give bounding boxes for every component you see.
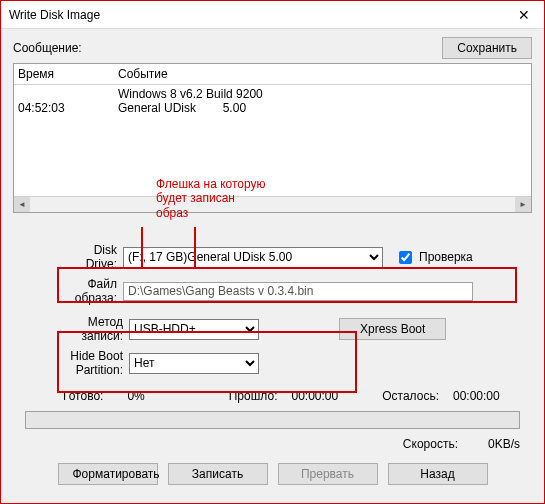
method-label: Метод записи: (13, 315, 129, 343)
log-event: Windows 8 v6.2 Build 9200 (118, 87, 527, 101)
ready-value: 0% (127, 389, 144, 403)
file-path-input[interactable] (123, 282, 473, 301)
content-area: Сообщение: Сохранить Время Событие Windo… (1, 29, 544, 501)
annotation-text: Флешка на которую будет записан образ (156, 177, 266, 220)
remaining-value: 00:00:00 (453, 389, 500, 403)
annotation-line (141, 227, 143, 267)
check-checkbox-row[interactable]: Проверка (395, 248, 473, 267)
scroll-left-icon[interactable]: ◄ (14, 197, 30, 213)
xpress-boot-button[interactable]: Xpress Boot (339, 318, 446, 340)
ready-label: Готово: (63, 389, 103, 403)
log-row: Windows 8 v6.2 Build 9200 (18, 87, 527, 101)
speed-value: 0KB/s (488, 437, 520, 451)
disk-drive-select[interactable]: (F:, 17 GB)General UDisk 5.00 (123, 247, 383, 268)
write-disk-image-window: Write Disk Image ✕ Сообщение: Сохранить … (0, 0, 545, 504)
progress-bar (25, 411, 520, 429)
window-title: Write Disk Image (9, 8, 100, 22)
file-label: Файл образа: (13, 277, 123, 305)
log-row: 04:52:03 General UDisk 5.00 (18, 101, 527, 115)
close-button[interactable]: ✕ (504, 1, 544, 29)
log-panel: Время Событие Windows 8 v6.2 Build 9200 … (13, 63, 532, 213)
write-method-select[interactable]: USB-HDD+ (129, 319, 259, 340)
log-time: 04:52:03 (18, 101, 118, 115)
log-time (18, 87, 118, 101)
titlebar: Write Disk Image ✕ (1, 1, 544, 29)
log-event: General UDisk 5.00 (118, 101, 527, 115)
scroll-right-icon[interactable]: ► (515, 197, 531, 213)
remaining-label: Осталось: (382, 389, 439, 403)
hide-boot-label: Hide Boot Partition: (13, 349, 129, 377)
write-button[interactable]: Записать (168, 463, 268, 485)
annotation-line (194, 227, 196, 267)
message-label: Сообщение: (13, 41, 82, 55)
check-checkbox[interactable] (399, 251, 412, 264)
save-button[interactable]: Сохранить (442, 37, 532, 59)
format-button[interactable]: Форматировать (58, 463, 158, 485)
hide-boot-select[interactable]: Нет (129, 353, 259, 374)
log-header-event: Событие (118, 67, 527, 81)
speed-label: Скорость: (403, 437, 458, 451)
log-header-time: Время (18, 67, 118, 81)
elapsed-label: Прошло: (229, 389, 278, 403)
horizontal-scrollbar[interactable]: ◄ ► (14, 196, 531, 212)
check-label: Проверка (419, 250, 473, 264)
log-body: Windows 8 v6.2 Build 9200 04:52:03 Gener… (14, 85, 531, 117)
disk-drive-label: Disk Drive: (13, 243, 123, 271)
elapsed-value: 00:00:00 (291, 389, 338, 403)
abort-button[interactable]: Прервать (278, 463, 378, 485)
close-icon: ✕ (518, 7, 530, 23)
back-button[interactable]: Назад (388, 463, 488, 485)
